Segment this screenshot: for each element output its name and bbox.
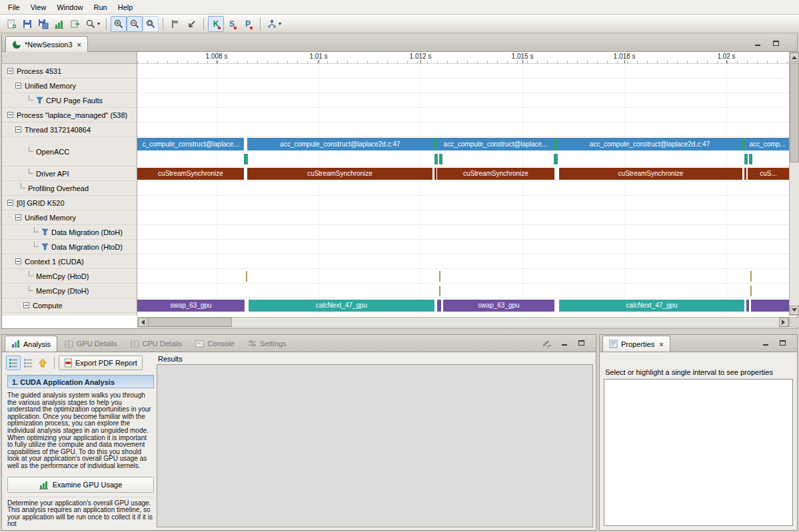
interval-memcpy-dtoh[interactable] (750, 286, 752, 296)
next-marker-button[interactable] (167, 16, 183, 32)
scrollbar-thumb[interactable] (148, 318, 232, 327)
view-menu-button[interactable] (542, 338, 552, 348)
scroll-down-button[interactable] (790, 306, 799, 315)
tab-analysis[interactable]: Analysis (5, 336, 57, 352)
interval-openacc-marker[interactable] (744, 154, 748, 164)
stream-timeline-toggle[interactable]: S (224, 16, 240, 32)
analysis-menu-button[interactable]: ▾ (265, 16, 283, 32)
zoom-fit-button[interactable] (143, 16, 159, 32)
time-ruler[interactable]: 1.008 s 1.01 s 1.012 s 1.015 s 1.018 s 1… (137, 52, 789, 64)
tab-settings[interactable]: Settings (242, 336, 293, 352)
collapse-icon[interactable] (23, 302, 29, 308)
interval-openacc[interactable]: acc_comp... (746, 138, 789, 150)
menu-item-file[interactable]: File (3, 1, 25, 13)
interval-kernel[interactable] (751, 300, 789, 312)
process-timeline-toggle[interactable]: P (240, 16, 256, 32)
tree-row-memcpy-dtoh[interactable]: MemCpy (DtoH) (2, 284, 137, 298)
collapse-icon[interactable] (15, 258, 21, 264)
close-icon[interactable]: × (77, 41, 81, 49)
menu-item-view[interactable]: View (25, 1, 52, 13)
tree-row-memcpy-htod[interactable]: MemCpy (HtoD) (2, 269, 137, 284)
collapse-icon[interactable] (7, 68, 13, 74)
kernel-timeline-toggle[interactable]: K (208, 16, 224, 32)
interval-openacc-marker[interactable] (439, 154, 442, 164)
interval-kernel[interactable]: swap_63_gpu (443, 300, 554, 312)
tree-row-driver-api[interactable]: Driver API (2, 166, 137, 181)
interval-openacc-marker[interactable] (244, 154, 248, 164)
zoom-in-button[interactable] (111, 16, 127, 32)
new-session-button[interactable] (3, 16, 19, 32)
zoom-out-button[interactable] (127, 16, 143, 32)
interval-openacc-marker[interactable] (434, 154, 438, 164)
scrollbar-thumb[interactable] (790, 63, 799, 162)
interval-openacc-marker[interactable] (749, 154, 752, 164)
scroll-left-button[interactable] (138, 318, 147, 327)
interval-kernel[interactable] (437, 300, 441, 312)
export-timeline-button[interactable] (67, 16, 83, 32)
interval-openacc[interactable]: acc_compute_construct@laplace2d.c:47 (247, 138, 433, 150)
tree-row-context-1[interactable]: Context 1 (CUDA) (2, 254, 137, 269)
interval-openacc-marker[interactable] (554, 154, 558, 164)
interval-driver-api[interactable]: cuStreamSynchronize (559, 168, 742, 180)
interval-openacc[interactable]: acc_compute_construct@laplace... (437, 138, 554, 150)
collapse-icon[interactable] (15, 214, 21, 220)
results-area[interactable] (157, 364, 593, 527)
menu-item-window[interactable]: Window (51, 1, 88, 13)
scroll-right-button[interactable] (779, 318, 788, 327)
tree-row-process-4531[interactable]: Process 4531 (2, 64, 137, 79)
interval-memcpy-htod[interactable] (439, 271, 440, 282)
tree-row-unified-memory-gpu[interactable]: Unified Memory (2, 210, 137, 225)
vertical-scrollbar[interactable] (789, 52, 799, 316)
interval-driver-api[interactable]: cuStreamSynchronize (437, 168, 554, 180)
prev-marker-button[interactable] (183, 16, 199, 32)
horizontal-scrollbar[interactable] (137, 317, 789, 328)
interval-kernel[interactable]: calcNext_47_gpu (559, 300, 744, 312)
tree-row-profiling-overhead[interactable]: Profiling Overhead (2, 181, 137, 196)
interval-memcpy-htod[interactable] (246, 271, 247, 282)
menu-item-help[interactable]: Help (113, 1, 139, 13)
interval-openacc[interactable]: c_compute_construct@laplace... (137, 138, 244, 150)
scroll-up-button[interactable] (790, 53, 799, 62)
interval-memcpy-htod[interactable] (750, 271, 752, 282)
save-session-button[interactable] (35, 16, 51, 32)
search-options-button[interactable]: ▾ (83, 16, 102, 32)
timeline-canvas[interactable]: c_compute_construct@laplace... acc_compu… (137, 64, 789, 316)
interval-driver-api[interactable]: cuS... (748, 168, 789, 180)
minimize-view-button[interactable] (559, 338, 569, 348)
properties-list[interactable] (604, 379, 793, 526)
interval-kernel[interactable]: calcNext_47_gpu (249, 300, 434, 312)
minimize-view-button[interactable] (752, 39, 762, 48)
unguided-analysis-toggle[interactable] (21, 356, 35, 370)
interval-driver-api[interactable]: cuStreamSynchronize (137, 168, 244, 180)
tree-row-cpu-page-faults[interactable]: CPU Page Faults (2, 93, 137, 108)
tree-row-process-laplace[interactable]: Process "laplace_managed" (538) (2, 108, 137, 123)
export-pdf-button[interactable]: Export PDF Report (59, 356, 143, 370)
tree-row-thread[interactable]: Thread 3172140864 (2, 123, 137, 137)
examine-gpu-usage-button[interactable]: Examine GPU Usage (7, 477, 154, 493)
maximize-view-button[interactable] (771, 39, 781, 48)
tree-row-grid-k520[interactable]: [0] GRID K520 (2, 196, 137, 210)
collapse-icon[interactable] (7, 200, 13, 206)
collapse-icon[interactable] (7, 112, 13, 118)
back-stage-button[interactable] (35, 356, 50, 370)
tree-row-data-migration-dtoh[interactable]: Data Migration (DtoH) (2, 225, 137, 240)
tab-properties[interactable]: Properties × (602, 336, 670, 352)
tree-row-unified-memory[interactable]: Unified Memory (2, 79, 137, 93)
report-button[interactable] (51, 16, 67, 32)
interval-driver-api[interactable]: cuStreamSynchronize (247, 168, 432, 180)
tree-row-data-migration-htod[interactable]: Data Migration (HtoD) (2, 240, 137, 254)
save-button[interactable] (19, 16, 35, 32)
interval-memcpy-dtoh[interactable] (439, 286, 440, 296)
guided-analysis-toggle[interactable] (6, 356, 21, 370)
menu-item-run[interactable]: Run (89, 1, 113, 13)
minimize-view-button[interactable] (760, 338, 770, 348)
collapse-icon[interactable] (15, 127, 21, 133)
interval-openacc[interactable]: acc_compute_construct@laplace2d.c:47 (558, 138, 742, 150)
interval-driver-api[interactable] (434, 168, 436, 180)
close-icon[interactable]: × (659, 340, 663, 348)
maximize-view-button[interactable] (778, 338, 788, 348)
tree-row-openacc[interactable]: OpenACC (2, 137, 137, 166)
collapse-icon[interactable] (15, 83, 21, 89)
interval-kernel[interactable] (746, 300, 749, 312)
maximize-view-button[interactable] (576, 338, 586, 348)
